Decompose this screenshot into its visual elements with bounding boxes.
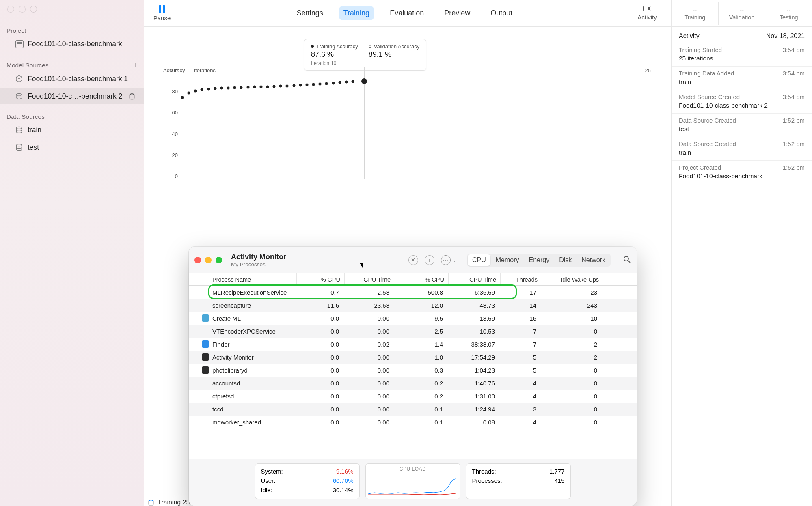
document-icon	[15, 40, 24, 48]
col-cpu-pct[interactable]: % CPU⌄	[395, 273, 449, 285]
col-process-name[interactable]: Process Name	[189, 273, 297, 285]
sidebar-item-data-source[interactable]: test	[0, 140, 144, 155]
database-icon	[15, 144, 24, 152]
am-tab-cpu[interactable]: CPU	[468, 254, 490, 266]
cell-gpu-time: 0.00	[345, 328, 395, 335]
am-toolbar: Activity Monitor My Processes ✕ i ··· ⌄ …	[189, 247, 637, 273]
tab-preview[interactable]: Preview	[440, 6, 474, 20]
table-row[interactable]: photolibraryd 0.0 0.00 0.3 1:04.23 5 0	[189, 364, 637, 377]
minimize-icon[interactable]	[19, 6, 26, 13]
table-row[interactable]: MLRecipeExecutionService 0.7 2.58 500.8 …	[189, 286, 637, 299]
am-tab-memory[interactable]: Memory	[491, 254, 524, 266]
database-icon	[15, 126, 24, 134]
chart-data-point	[181, 96, 184, 99]
cell-cpu-time: 1:24.94	[449, 406, 501, 413]
cell-gpu-pct: 11.6	[297, 302, 345, 309]
chart-data-point	[220, 87, 223, 90]
cell-gpu-pct: 0.0	[297, 393, 345, 400]
col-threads[interactable]: Threads	[501, 273, 542, 285]
chart-data-point	[240, 86, 243, 89]
app-icon	[202, 366, 209, 374]
table-row[interactable]: accountsd 0.0 0.00 0.2 1:40.76 4 0	[189, 377, 637, 390]
chart-data-point	[338, 81, 341, 84]
metrics-tab-training[interactable]: --Training	[672, 2, 719, 25]
search-button[interactable]	[623, 255, 631, 265]
table-row[interactable]: Finder 0.0 0.02 1.4 38:38.07 7 2	[189, 338, 637, 351]
event-detail: 25 iterations	[679, 55, 805, 62]
activity-panel-toggle[interactable]: Activity	[629, 6, 665, 21]
close-icon[interactable]	[194, 257, 201, 263]
sidebar-item-data-source[interactable]: train	[0, 122, 144, 138]
am-resource-tabs: CPUMemoryEnergyDiskNetwork	[467, 254, 611, 267]
sidebar-item-project[interactable]: Food101-10-class-benchmark	[0, 36, 144, 52]
table-row[interactable]: Activity Monitor 0.0 0.00 1.0 17:54.29 5…	[189, 351, 637, 364]
stop-process-button[interactable]: ✕	[408, 255, 418, 265]
col-gpu-pct[interactable]: % GPU	[297, 273, 345, 285]
cell-gpu-time: 0.00	[345, 406, 395, 413]
chart-data-point	[246, 86, 249, 88]
metrics-tab-validation[interactable]: --Validation	[719, 2, 766, 25]
am-tab-network[interactable]: Network	[577, 254, 610, 266]
chart-data-point	[201, 88, 203, 91]
cell-cpu-pct: 0.2	[395, 393, 449, 400]
tab-settings[interactable]: Settings	[293, 6, 327, 20]
tab-output[interactable]: Output	[486, 6, 516, 20]
close-icon[interactable]	[7, 6, 14, 13]
sidebar-item-model-source[interactable]: Food101-10-class-benchmark 1	[0, 71, 144, 87]
activity-event: Data Source Created1:52 pmtest	[672, 114, 812, 137]
table-row[interactable]: VTEncoderXPCService 0.0 0.00 2.5 10.53 7…	[189, 325, 637, 338]
table-row[interactable]: mdworker_shared 0.0 0.00 0.1 0.08 4 0	[189, 416, 637, 428]
svg-point-0	[17, 127, 22, 129]
tab-evaluation[interactable]: Evaluation	[386, 6, 428, 20]
dot-outline-icon	[369, 45, 371, 48]
tab-training[interactable]: Training	[339, 6, 374, 20]
pause-button[interactable]: Pause	[144, 5, 180, 22]
cell-cpu-time: 38:38.07	[449, 341, 501, 348]
cell-cpu-time: 1:40.76	[449, 380, 501, 387]
cell-cpu-pct: 2.5	[395, 328, 449, 335]
metrics-tab-testing[interactable]: --Testing	[765, 2, 812, 25]
minimize-icon[interactable]	[205, 257, 212, 263]
tooltip-training-value: 87.6 %	[311, 50, 358, 59]
chart-data-point	[345, 81, 348, 84]
am-table-header: Process Name % GPU GPU Time % CPU⌄ CPU T…	[189, 273, 637, 286]
cell-gpu-pct: 0.0	[297, 341, 345, 348]
app-icon	[202, 314, 209, 322]
metrics-value: --	[672, 6, 718, 13]
chart-data-point	[312, 83, 315, 86]
col-cpu-time[interactable]: CPU Time	[449, 273, 501, 285]
pause-icon	[159, 5, 165, 13]
metrics-tabs: --Training--Validation--Testing	[672, 0, 812, 27]
fullscreen-icon[interactable]	[216, 257, 222, 263]
cell-gpu-time: 23.68	[345, 302, 395, 309]
activity-event: Model Source Created3:54 pmFood101-10-cl…	[672, 90, 812, 114]
col-gpu-time[interactable]: GPU Time	[345, 273, 395, 285]
fullscreen-icon[interactable]	[30, 6, 37, 13]
info-button[interactable]: i	[425, 255, 434, 265]
chart-data-point	[273, 85, 276, 88]
cell-threads: 5	[501, 367, 542, 374]
sidebar-item-model-source[interactable]: Food101-10-c…-benchmark 2	[0, 88, 144, 104]
chevron-down-icon: ⌄	[452, 257, 456, 263]
cell-idle-wakeups: 23	[542, 289, 603, 296]
table-row[interactable]: tccd 0.0 0.00 0.1 1:24.94 3 0	[189, 403, 637, 416]
app-icon	[202, 353, 209, 361]
options-menu-button[interactable]: ··· ⌄	[441, 255, 456, 265]
am-tab-energy[interactable]: Energy	[525, 254, 554, 266]
add-model-source-button[interactable]: +	[133, 61, 137, 69]
cube-icon	[15, 75, 24, 83]
cell-cpu-pct: 9.5	[395, 315, 449, 322]
y-axis: 100806040200	[166, 67, 178, 179]
am-tab-disk[interactable]: Disk	[555, 254, 576, 266]
table-row[interactable]: Create ML 0.0 0.00 9.5 13.69 16 10	[189, 312, 637, 325]
cell-gpu-time: 2.58	[345, 289, 395, 296]
table-row[interactable]: cfprefsd 0.0 0.00 0.2 1:31.00 4 0	[189, 390, 637, 403]
cell-gpu-pct: 0.0	[297, 406, 345, 413]
cell-gpu-time: 0.00	[345, 419, 395, 426]
chart-data-point	[286, 84, 289, 87]
sidebar-item-label: train	[28, 126, 41, 134]
process-name: Create ML	[212, 315, 241, 322]
col-idle-wakeups[interactable]: Idle Wake Ups	[542, 273, 603, 285]
table-row[interactable]: screencapture 11.6 23.68 12.0 48.73 14 2…	[189, 299, 637, 312]
metrics-label: Validation	[719, 14, 765, 21]
